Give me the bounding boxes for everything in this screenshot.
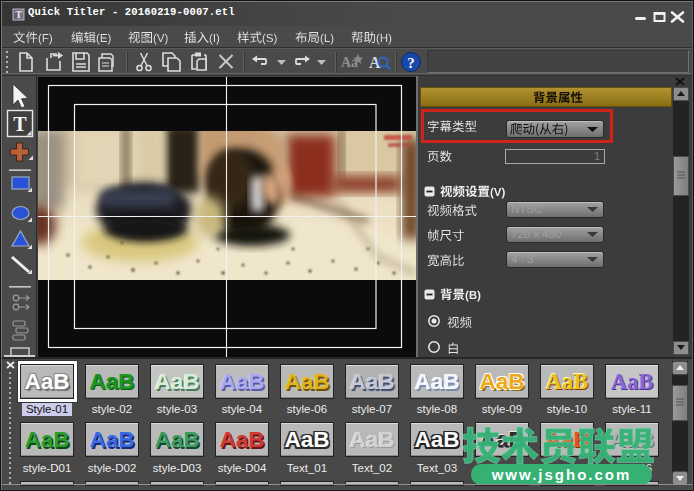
svg-text:T: T [13, 113, 27, 135]
svg-text:?: ? [407, 55, 415, 71]
svg-text:T: T [15, 9, 22, 20]
